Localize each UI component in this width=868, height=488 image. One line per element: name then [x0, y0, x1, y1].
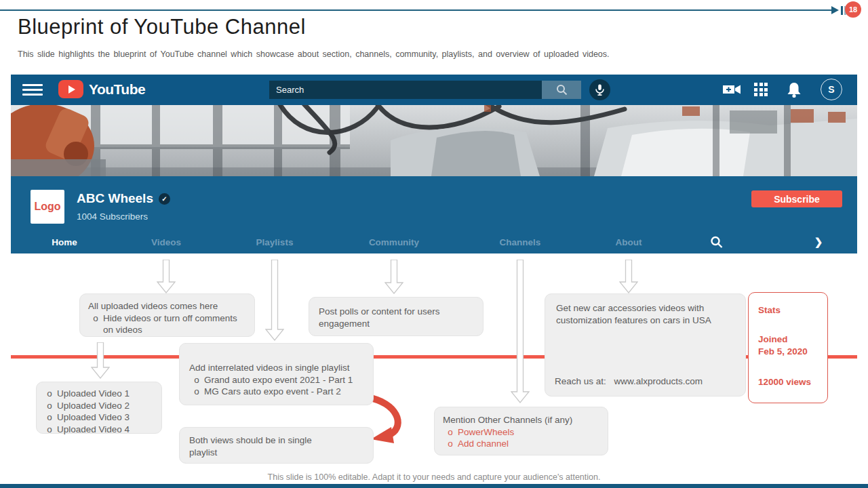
pause-bar-icon — [841, 6, 843, 15]
note-item-link[interactable]: PowerWheels — [458, 426, 599, 439]
tab-home[interactable]: Home — [52, 237, 77, 247]
channel-logo[interactable]: Logo — [31, 190, 64, 224]
page-subtitle: This slide highlights the blueprint of Y… — [18, 49, 610, 59]
reach-label: Reach us at: — [555, 376, 606, 386]
microphone-icon — [595, 84, 604, 96]
list-item: Uploaded Video 3 — [57, 411, 156, 424]
arrow-down-icon — [384, 260, 403, 294]
notifications-button[interactable] — [787, 82, 802, 101]
youtube-wordmark: YouTube — [89, 81, 145, 98]
youtube-navbar: YouTube — [11, 75, 857, 105]
notification-bell-icon — [787, 82, 802, 98]
search-icon — [711, 236, 724, 249]
stats-joined-date: Feb 5, 2020 — [758, 346, 827, 358]
bottom-accent-bar — [0, 484, 868, 488]
reach-url[interactable]: www.alxproducts.com — [614, 376, 703, 386]
channel-tabs: Home Videos Playlists Community Channels… — [11, 232, 857, 253]
create-video-icon — [723, 83, 741, 96]
search-input[interactable] — [269, 81, 542, 99]
note-uploaded-videos-info: All uploaded videos comes here o Hide vi… — [79, 293, 255, 337]
slide-footer-note: This slide is 100% editable. Adapt it to… — [0, 472, 868, 482]
channel-header: Logo ABC Wheels ✓ 1004 Subscribers Subsc… — [11, 176, 857, 253]
note-text: Get new car accessories videos with cust… — [556, 302, 729, 326]
note-title: Mention Other Channels (if any) — [443, 414, 599, 426]
list-item: Uploaded Video 2 — [57, 400, 156, 412]
create-video-button[interactable] — [723, 83, 741, 98]
voice-search-button[interactable] — [589, 79, 610, 100]
channel-name: ABC Wheels ✓ — [77, 191, 170, 206]
list-item: Uploaded Video 4 — [57, 424, 156, 436]
note-other-channels: Mention Other Channels (if any) oPowerWh… — [434, 407, 608, 455]
note-item-link[interactable]: Add channel — [458, 438, 599, 450]
arrow-down-icon — [511, 260, 530, 403]
arrow-down-icon — [265, 260, 284, 341]
tab-community[interactable]: Community — [369, 237, 419, 247]
channel-search-button[interactable] — [711, 236, 724, 251]
stats-joined-label: Joined — [758, 333, 827, 346]
page-number-badge: 18 — [845, 1, 861, 18]
tab-videos[interactable]: Videos — [151, 237, 181, 247]
youtube-mockup: YouTube — [11, 75, 857, 257]
chevron-right-icon[interactable]: ❯ — [814, 236, 823, 248]
hamburger-menu-icon[interactable] — [22, 84, 43, 96]
note-text: Post polls or content for users engageme… — [319, 306, 461, 329]
verified-badge-icon: ✓ — [159, 193, 170, 205]
note-playlist-info: Add interrelated videos in single playli… — [179, 343, 374, 405]
arrow-down-icon — [157, 260, 176, 293]
subscriber-count: 1004 Subscribers — [77, 211, 148, 222]
youtube-play-icon — [58, 80, 83, 98]
tab-channels[interactable]: Channels — [500, 237, 541, 247]
page-title: Blueprint of YouTube Channel — [18, 15, 306, 39]
search-icon — [556, 84, 568, 96]
youtube-logo[interactable]: YouTube — [58, 80, 145, 98]
apps-grid-icon[interactable] — [754, 83, 768, 96]
note-about-info: Get new car accessories videos with cust… — [545, 293, 746, 396]
arrow-down-icon — [91, 342, 110, 379]
note-uploaded-video-list: oUploaded Video 1 oUploaded Video 2 oUpl… — [36, 382, 162, 434]
account-avatar[interactable]: S — [821, 79, 842, 100]
note-title: All uploaded videos comes here — [88, 300, 246, 312]
note-item: Grand auto expo event 2021 - Part 1 — [204, 374, 366, 386]
note-playlist-followup: Both views should be in single playlist — [179, 427, 374, 464]
tab-about[interactable]: About — [616, 237, 642, 247]
stats-panel: Stats Joined Feb 5, 2020 12000 views — [748, 292, 828, 403]
arrow-down-icon — [619, 260, 638, 293]
factory-banner-art — [11, 105, 857, 176]
note-item: MG Cars auto expo event - Part 2 — [204, 386, 366, 398]
stats-views: 12000 views — [758, 376, 827, 388]
search-button[interactable] — [542, 81, 581, 99]
note-title: Add interrelated videos in single playli… — [189, 362, 366, 374]
arrow-right-icon — [831, 6, 839, 14]
top-divider-line — [0, 9, 833, 11]
channel-name-text: ABC Wheels — [77, 191, 153, 206]
subscribe-button[interactable]: Subscribe — [751, 190, 842, 207]
channel-banner-image — [11, 105, 857, 176]
list-item: Uploaded Video 1 — [57, 388, 156, 400]
tab-playlists[interactable]: Playlists — [256, 237, 294, 247]
note-community-info: Post polls or content for users engageme… — [309, 297, 484, 336]
stats-title: Stats — [758, 304, 827, 317]
note-item: Hide videos or turn off comments on vide… — [103, 312, 246, 336]
note-text: Both views should be in single playlist — [189, 434, 318, 458]
